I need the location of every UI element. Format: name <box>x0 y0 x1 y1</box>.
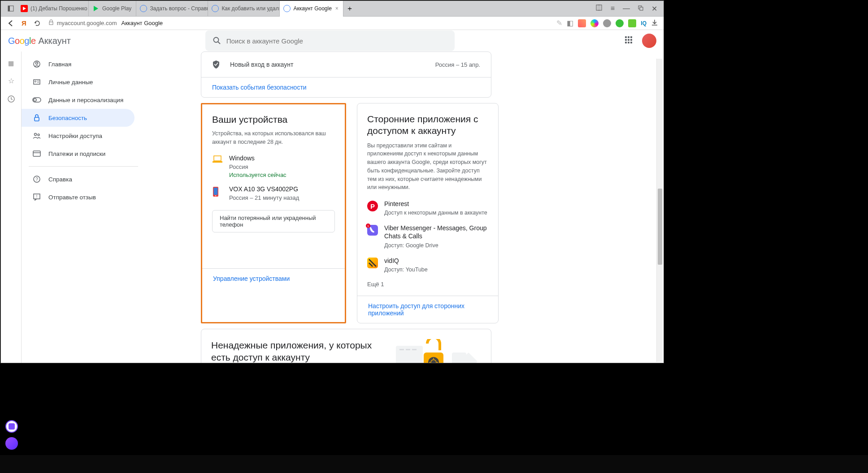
sidebar-item-label: Настройки доступа <box>48 133 102 139</box>
star-icon[interactable]: ☆ <box>8 77 14 85</box>
app-name: vidIQ <box>384 257 428 265</box>
device-status-active: Используется сейчас <box>229 172 286 178</box>
sidebar-item-home[interactable]: Главная <box>22 55 135 73</box>
app-access: Доступ: Google Drive <box>384 242 488 249</box>
card-title: Ваши устройства <box>212 114 335 125</box>
new-tab-button[interactable]: ＋ <box>346 5 353 12</box>
tab-strip: (1) Дебаты Порошенко с З Google Play Зад… <box>1 1 664 17</box>
extension-icon[interactable] <box>578 19 586 27</box>
show-events-link[interactable]: Показать события безопасности <box>201 77 491 97</box>
svg-point-16 <box>35 81 36 82</box>
extension-text[interactable]: IQ <box>641 20 647 26</box>
svg-point-34 <box>215 195 216 196</box>
scrollbar[interactable] <box>656 59 663 362</box>
app-access: Доступ к некоторым данным в аккаунте <box>384 210 487 216</box>
card-title: Сторонние приложения с доступом к аккаун… <box>367 113 488 137</box>
app-row[interactable]: 1 Viber Messenger - Messages, Group Chat… <box>367 224 488 248</box>
close-window-icon[interactable]: ✕ <box>651 4 657 13</box>
panel-toggle-icon[interactable] <box>7 5 14 12</box>
browser-tab[interactable]: Как добавить или удалить <box>208 1 280 17</box>
find-device-button[interactable]: Найти потерянный или украденный телефон <box>212 210 335 232</box>
google-logo[interactable]: Google <box>8 36 36 46</box>
url-display[interactable]: myaccount.google.com Аккаунт Google <box>48 19 163 27</box>
browser-tab-active[interactable]: Аккаунт Google× <box>280 1 343 17</box>
apps-grid-icon[interactable]: ▦ <box>8 60 14 67</box>
svg-rect-15 <box>34 80 40 84</box>
address-bar: Я myaccount.google.com Аккаунт Google ✎ … <box>1 17 664 30</box>
security-event-row[interactable]: Новый вход в аккаунт Россия – 15 апр. <box>201 52 491 77</box>
device-row[interactable]: Windows Россия Используется сейчас <box>212 155 335 178</box>
unsafe-apps-card: Ненадежные приложения, у которых есть до… <box>201 329 491 363</box>
svg-point-22 <box>35 133 37 136</box>
svg-rect-24 <box>33 151 40 156</box>
left-rail: ▦ ☆ <box>1 52 22 363</box>
sidebar-item-feedback[interactable]: !Отправьте отзыв <box>22 188 135 206</box>
laptop-icon <box>212 155 222 163</box>
search-input[interactable] <box>226 37 447 45</box>
svg-rect-4 <box>596 5 602 10</box>
close-tab-icon[interactable]: × <box>335 5 339 12</box>
extension-icon[interactable] <box>590 19 599 27</box>
menu-icon[interactable]: ≡ <box>611 4 615 13</box>
card-subtitle: Устройства, на которых использовался ваш… <box>212 129 335 146</box>
devices-card: Ваши устройства Устройства, на которых и… <box>201 103 346 323</box>
svg-line-11 <box>218 42 220 44</box>
toolbar-extensions: ✎ ◧ IQ <box>556 19 658 28</box>
more-apps[interactable]: Ещё 1 <box>367 281 488 288</box>
browser-tab[interactable]: (1) Дебаты Порошенко с З <box>17 1 89 17</box>
back-button[interactable] <box>6 19 15 28</box>
lock-icon <box>32 113 41 122</box>
minimize-icon[interactable]: — <box>623 4 630 13</box>
app-row[interactable]: P PinterestДоступ к некоторым данным в а… <box>367 200 488 216</box>
play-icon <box>92 5 100 12</box>
feedback-icon: ! <box>32 193 41 202</box>
google-header: Google Аккаунт <box>1 30 664 52</box>
desktop-gadget[interactable] <box>5 420 18 433</box>
svg-rect-35 <box>396 346 423 363</box>
shield-icon <box>212 60 221 69</box>
svg-point-23 <box>38 134 39 136</box>
device-location: Россия <box>229 163 286 170</box>
profile-avatar[interactable] <box>642 34 656 48</box>
desktop-gadget[interactable] <box>5 437 18 450</box>
pin-icon[interactable]: ✎ <box>556 19 562 27</box>
browser-tab[interactable]: Задать вопрос - Справка <box>136 1 208 17</box>
extension-icon[interactable] <box>628 19 636 27</box>
scrollbar-thumb[interactable] <box>658 189 662 265</box>
extension-icon[interactable] <box>603 19 611 27</box>
sidebar-item-data[interactable]: Данные и персонализация <box>22 91 135 109</box>
sidebar-item-label: Безопасность <box>48 115 87 121</box>
sidebar-item-label: Платежи и подписки <box>48 150 105 157</box>
sidebar-item-sharing[interactable]: Настройки доступа <box>22 127 135 145</box>
reload-button[interactable] <box>33 19 42 28</box>
yandex-home-button[interactable]: Я <box>22 19 26 27</box>
history-icon[interactable] <box>7 95 15 105</box>
svg-point-10 <box>213 38 218 43</box>
taskbar[interactable] <box>0 455 868 473</box>
sidebar-item-payments[interactable]: Платежи и подписки <box>22 145 135 163</box>
downloads-icon[interactable] <box>651 19 658 28</box>
pinterest-icon: P <box>367 201 378 211</box>
google-g-icon <box>283 5 291 12</box>
extension-icon[interactable] <box>616 19 624 27</box>
google-apps-icon[interactable] <box>625 36 634 45</box>
maximize-icon[interactable] <box>638 4 643 13</box>
svg-rect-38 <box>412 349 417 350</box>
sidebar-item-label: Данные и персонализация <box>48 97 123 103</box>
sidebar-item-security[interactable]: Безопасность <box>22 109 135 127</box>
bookmark-icon[interactable]: ◧ <box>567 19 573 27</box>
device-row[interactable]: VOX A10 3G VS4002PG Россия – 21 минуту н… <box>212 185 335 201</box>
browser-tab[interactable]: Google Play <box>89 1 136 17</box>
sidebar-item-help[interactable]: ?Справка <box>22 170 135 188</box>
app-row[interactable]: vidIQДоступ: YouTube <box>367 257 488 273</box>
device-name: VOX A10 3G VS4002PG <box>229 185 299 193</box>
url-title: Аккаунт Google <box>121 20 163 26</box>
reader-mode-icon[interactable] <box>595 4 603 13</box>
sidebar-item-personal[interactable]: Личные данные <box>22 73 135 91</box>
search-container[interactable] <box>205 30 455 51</box>
manage-devices-link[interactable]: Управление устройствами <box>202 268 345 288</box>
manage-apps-link[interactable]: Настроить доступ для сторонних приложени… <box>357 296 498 323</box>
svg-marker-3 <box>94 6 98 11</box>
svg-text:!: ! <box>36 194 38 198</box>
url-host: myaccount.google.com <box>57 20 117 26</box>
